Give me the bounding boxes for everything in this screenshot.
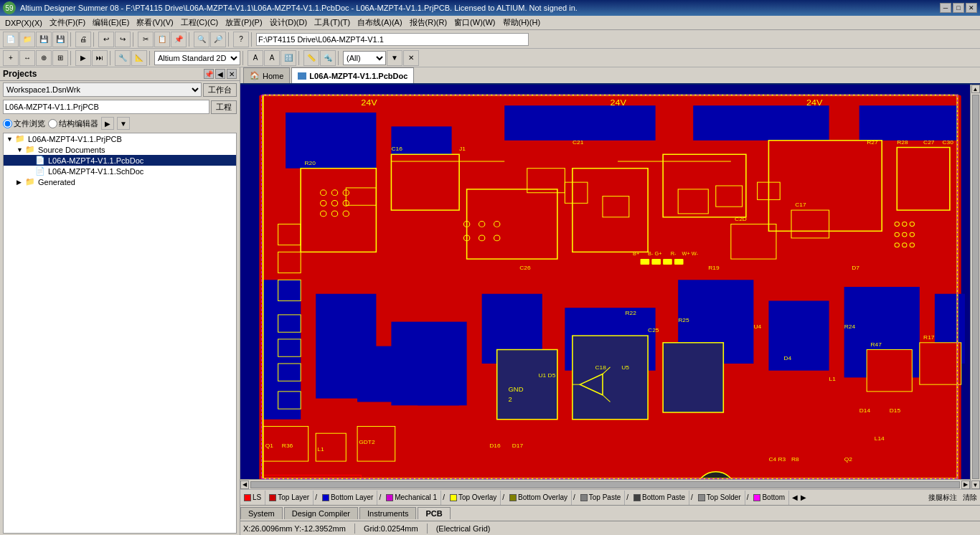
layer-tab-mech1[interactable]: Mechanical 1	[382, 491, 441, 505]
new-btn[interactable]: 📄	[3, 32, 19, 47]
t2-btn1[interactable]: +	[3, 50, 19, 66]
t2-btn13[interactable]: 🔩	[320, 50, 336, 66]
layer-tab-ls[interactable]: LS	[240, 491, 265, 505]
menu-item-----a--a-[interactable]: 自布线(A)(A)	[354, 16, 405, 29]
close-button[interactable]: ✕	[966, 3, 977, 13]
tree-item-2[interactable]: 📄L06A-MZPT4-V1.1.PcbDoc	[4, 155, 236, 166]
layer-tab-botoverlay[interactable]: Bottom Overlay	[506, 491, 572, 505]
toolbar2: + ↔ ⊕ ⊞ ▶ ⏭ 🔧 📐 Altium Standard 2D A A 🔠…	[0, 49, 980, 67]
copy-btn[interactable]: 📋	[154, 32, 170, 47]
tree-item-1[interactable]: ▼📁Source Documents	[4, 144, 236, 155]
menu-item----w--w-[interactable]: 窗口(W)(W)	[451, 16, 499, 29]
tree-item-3[interactable]: 📄L06A-MZPT4-V1.1.SchDoc	[4, 166, 236, 176]
layer-tab-bottom2[interactable]: Bottom	[750, 491, 789, 505]
t2-btn6[interactable]: ⏭	[92, 50, 108, 66]
menu-item-dxp-x--x-[interactable]: DXP(X)(X)	[1, 17, 46, 29]
t2-btn9[interactable]: A	[248, 50, 263, 66]
layer-color-botoverlay	[509, 494, 517, 501]
print-btn[interactable]: 🖨	[75, 32, 91, 47]
panel-left-btn[interactable]: ◀	[215, 69, 225, 79]
project-input[interactable]	[3, 100, 209, 114]
maximize-button[interactable]: □	[953, 3, 964, 13]
layer-tab-top[interactable]: Top Layer	[265, 491, 314, 505]
menu-item----r--r-[interactable]: 报告(R)(R)	[406, 16, 451, 29]
t2-btn5[interactable]: ▶	[75, 50, 91, 66]
layer-tab-toppaste[interactable]: Top Paste	[577, 491, 625, 505]
menu-item----e--e-[interactable]: 编辑(E)(E)	[89, 16, 133, 29]
tab-home[interactable]: 🏠 Home	[243, 67, 290, 83]
layer-extra-btn[interactable]: 接腿标注	[925, 493, 960, 503]
layer-tabs: LS Top Layer / Bottom Layer / Mechanical…	[240, 489, 980, 505]
layer-tab-topsolder[interactable]: Top Solder	[694, 491, 745, 505]
tree-item-0[interactable]: ▼📁L06A-MZPT4-V1.1.PrjPCB	[4, 133, 236, 144]
layer-tab-topoverlay[interactable]: Top Overlay	[446, 491, 501, 505]
menu-item----c--c-[interactable]: 工程(C)(C)	[177, 16, 222, 29]
panel-close-btn[interactable]: ✕	[227, 69, 237, 79]
filter-combo[interactable]: (All)	[343, 51, 386, 65]
project-tree[interactable]: ▼📁L06A-MZPT4-V1.1.PrjPCB▼📁Source Documen…	[3, 133, 237, 534]
t2-btn12[interactable]: 📏	[303, 50, 319, 66]
view-mode1-label[interactable]: 文件浏览	[3, 118, 45, 129]
zoom-out-btn[interactable]: 🔎	[210, 32, 226, 47]
view-mode-combo[interactable]: Altium Standard 2D	[154, 51, 240, 65]
workspace-btn[interactable]: 工作台	[203, 83, 237, 97]
undo-btn[interactable]: ↩	[98, 32, 114, 47]
horizontal-scrollbar[interactable]: ◀ ▶	[240, 479, 970, 489]
view-mode2-radio[interactable]	[48, 119, 57, 128]
menu-item----d--d-[interactable]: 设计(D)(D)	[266, 16, 311, 29]
scroll-right-btn[interactable]: ▶	[961, 480, 970, 489]
svg-text:D7: D7	[852, 265, 859, 271]
t2-btn2[interactable]: ↔	[19, 50, 35, 66]
help-btn[interactable]: ?	[233, 32, 249, 47]
view-mode2-label[interactable]: 结构编辑器	[48, 118, 98, 129]
redo-btn[interactable]: ↪	[115, 32, 131, 47]
paste-btn[interactable]: 📌	[171, 32, 187, 47]
t2-btn3[interactable]: ⊕	[36, 50, 52, 66]
layer-scroll-left[interactable]: ◀	[791, 493, 799, 501]
t2-btn7[interactable]: 🔧	[115, 50, 131, 66]
bp-tab-system[interactable]: System	[240, 507, 283, 519]
menu-item----h--h-[interactable]: 帮助(H)(H)	[499, 16, 545, 29]
menu-item----p--p-[interactable]: 放置(P)(P)	[222, 16, 265, 29]
scroll-thumb-v[interactable]	[972, 95, 979, 479]
scroll-thumb-h[interactable]	[250, 481, 960, 488]
scroll-up-btn[interactable]: ▲	[971, 85, 980, 93]
menu-item----v--v-[interactable]: 察看(V)(V)	[133, 16, 176, 29]
view-toggle-btn1[interactable]: ▶	[101, 117, 114, 130]
minimize-button[interactable]: ─	[940, 3, 951, 13]
menu-item----t--t-[interactable]: 工具(T)(T)	[311, 16, 354, 29]
t2-btn10[interactable]: A	[264, 50, 280, 66]
layer-color-topsolder	[698, 494, 705, 501]
save-btn[interactable]: 💾	[36, 32, 52, 47]
bp-tab-pcb[interactable]: PCB	[418, 507, 450, 519]
open-btn[interactable]: 📁	[19, 32, 35, 47]
layer-scroll-right[interactable]: ▶	[799, 493, 808, 501]
workspace-select[interactable]: Workspace1.DsnWrk	[3, 82, 202, 97]
t2-clear-btn[interactable]: ✕	[403, 50, 419, 66]
cut-btn[interactable]: ✂	[138, 32, 154, 47]
bp-tab-instruments[interactable]: Instruments	[359, 507, 416, 519]
panel-pin-btn[interactable]: 📌	[204, 69, 214, 79]
zoom-in-btn[interactable]: 🔍	[194, 32, 209, 47]
view-toggle-btn2[interactable]: ▼	[117, 117, 130, 130]
project-btn[interactable]: 工程	[211, 100, 237, 114]
bp-tab-compiler[interactable]: Design Compiler	[284, 507, 358, 519]
path-input[interactable]: F:\PT4115 Drive\L06A-MZPT4-V1.1	[256, 33, 529, 46]
menu-item----f--f-[interactable]: 文件(F)(F)	[46, 16, 89, 29]
layer-clear-btn[interactable]: 清除	[960, 493, 980, 503]
layer-tab-botpaste[interactable]: Bottom Paste	[630, 491, 689, 505]
layer-tab-bottom[interactable]: Bottom Layer	[319, 491, 377, 505]
view-mode1-radio[interactable]	[3, 119, 12, 128]
scroll-down-btn[interactable]: ▼	[971, 480, 980, 489]
layer-sep4: /	[501, 493, 506, 501]
tree-item-4[interactable]: ▶📁Generated	[4, 176, 236, 187]
svg-text:Q2: Q2	[844, 456, 853, 463]
vertical-scrollbar[interactable]: ▲ ▼	[970, 85, 980, 489]
t2-btn11[interactable]: 🔠	[281, 50, 296, 66]
t2-btn14[interactable]: ▼	[387, 50, 402, 66]
scroll-left-btn[interactable]: ◀	[240, 480, 249, 489]
t2-btn8[interactable]: 📐	[131, 50, 147, 66]
tab-pcbdoc[interactable]: L06A-MZPT4-V1.1.PcbDoc	[291, 67, 414, 83]
save-all-btn[interactable]: 💾	[52, 32, 68, 47]
t2-btn4[interactable]: ⊞	[52, 50, 68, 66]
